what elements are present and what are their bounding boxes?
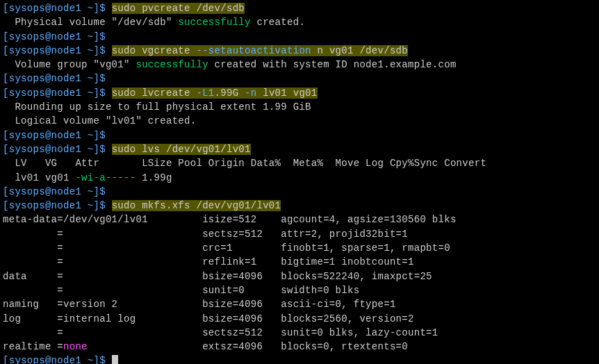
output-mkfs-meta-3: = crc=1 finobt=1, sparse=1, rmapbt=0	[3, 241, 596, 255]
prompt-line-2[interactable]: [sysops@node1 ~]$ sudo vgcreate --setaut…	[3, 44, 596, 58]
output-mkfs-data-1: data = bsize=4096 blocks=522240, imaxpct…	[3, 270, 596, 283]
output-mkfs-meta-1: meta-data=/dev/vg01/lv01 isize=512 agcou…	[3, 213, 596, 226]
output-lvcreate-2: Logical volume "lv01" created.	[3, 114, 596, 128]
prompt-line-empty-3[interactable]: [sysops@node1 ~]$	[3, 129, 596, 142]
prompt-line-current[interactable]: [sysops@node1 ~]$	[3, 354, 596, 364]
output-lvcreate-1: Rounding up size to full physical extent…	[3, 100, 596, 114]
prompt-line-1[interactable]: [sysops@node1 ~]$ sudo pvcreate /dev/sdb	[3, 1, 596, 15]
shell-prompt: [sysops@node1 ~]$	[3, 186, 112, 197]
shell-prompt: [sysops@node1 ~]$	[3, 31, 112, 42]
prompt-line-5[interactable]: [sysops@node1 ~]$ sudo mkfs.xfs /dev/vg0…	[3, 199, 596, 213]
output-mkfs-meta-2: = sectsz=512 attr=2, projid32bit=1	[3, 227, 596, 241]
output-lvs-header: LV VG Attr LSize Pool Origin Data% Meta%…	[3, 156, 596, 170]
shell-prompt: [sysops@node1 ~]$	[3, 355, 112, 364]
shell-prompt: [sysops@node1 ~]$	[3, 130, 112, 141]
shell-prompt: [sysops@node1 ~]$	[3, 88, 112, 99]
output-vgcreate: Volume group "vg01" successfully created…	[3, 58, 596, 72]
prompt-line-3[interactable]: [sysops@node1 ~]$ sudo lvcreate -L1.99G …	[3, 86, 596, 100]
command-lvcreate: sudo lvcreate -L1.99G -n lv01 vg01	[112, 88, 318, 99]
output-mkfs-naming: naming =version 2 bsize=4096 ascii-ci=0,…	[3, 297, 596, 311]
cursor-icon	[112, 355, 118, 364]
terminal-output: [sysops@node1 ~]$ sudo pvcreate /dev/sdb…	[3, 1, 596, 364]
prompt-line-empty-1[interactable]: [sysops@node1 ~]$	[3, 30, 596, 44]
command-vgcreate: sudo vgcreate --setautoactivation n vg01…	[112, 45, 408, 56]
shell-prompt: [sysops@node1 ~]$	[3, 73, 112, 84]
prompt-line-4[interactable]: [sysops@node1 ~]$ sudo lvs /dev/vg01/lv0…	[3, 142, 596, 156]
shell-prompt: [sysops@node1 ~]$	[3, 3, 112, 14]
output-mkfs-log-1: log =internal log bsize=4096 blocks=2560…	[3, 312, 596, 326]
shell-prompt: [sysops@node1 ~]$	[3, 144, 112, 155]
prompt-line-empty-2[interactable]: [sysops@node1 ~]$	[3, 72, 596, 85]
command-lvs: sudo lvs /dev/vg01/lv01	[112, 144, 251, 155]
output-mkfs-realtime: realtime =none extsz=4096 blocks=0, rtex…	[3, 340, 596, 354]
output-mkfs-meta-4: = reflink=1 bigtime=1 inobtcount=1	[3, 255, 596, 269]
shell-prompt: [sysops@node1 ~]$	[3, 200, 112, 211]
output-mkfs-data-2: = sunit=0 swidth=0 blks	[3, 283, 596, 297]
command-pvcreate: sudo pvcreate /dev/sdb	[112, 3, 245, 14]
output-mkfs-log-2: = sectsz=512 sunit=0 blks, lazy-count=1	[3, 326, 596, 340]
output-pvcreate: Physical volume "/dev/sdb" successfully …	[3, 15, 596, 29]
prompt-line-empty-4[interactable]: [sysops@node1 ~]$	[3, 185, 596, 199]
output-lvs-row: lv01 vg01 -wi-a----- 1.99g	[3, 171, 596, 185]
command-mkfs: sudo mkfs.xfs /dev/vg01/lv01	[112, 200, 281, 211]
shell-prompt: [sysops@node1 ~]$	[3, 45, 112, 56]
